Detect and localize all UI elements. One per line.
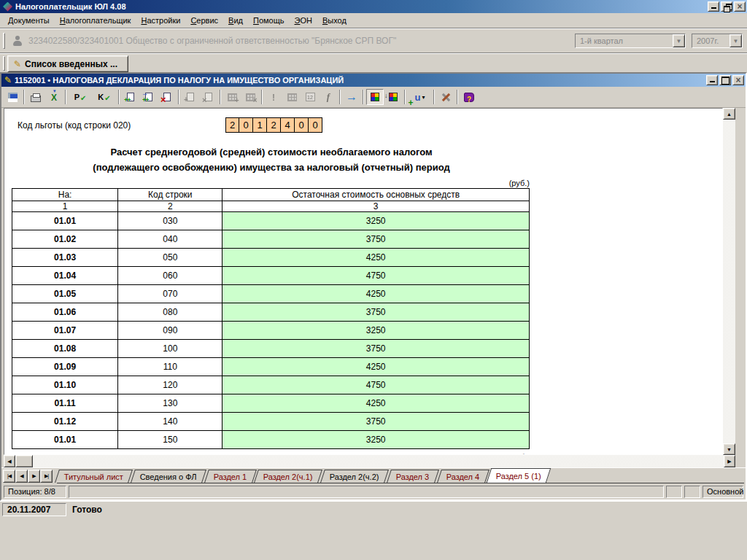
line-code-cell: 040 [118, 230, 222, 249]
menu-item[interactable]: Вид [223, 14, 248, 27]
scroll-up-button[interactable]: ▲ [723, 108, 735, 120]
hscroll-track[interactable] [33, 455, 724, 467]
menu-item[interactable]: Документы [3, 14, 55, 27]
value-cell[interactable]: 3750 [222, 340, 530, 358]
value-cell[interactable]: 3750 [222, 303, 530, 322]
period-dropdown-button[interactable]: ▼ [673, 34, 685, 47]
declaration-sheet: Код льготы (код строки 020) 2012400 Расч… [4, 108, 723, 455]
restore-button[interactable] [721, 1, 732, 12]
scroll-right-button[interactable]: ▶ [724, 455, 735, 467]
grid-colors-alt-button[interactable] [384, 89, 402, 105]
taxpayer-icon [12, 36, 23, 47]
benefit-code-digit[interactable]: 2 [225, 117, 239, 133]
year-dropdown-button[interactable]: ▼ [729, 34, 742, 47]
status-date: 20.11.2007 [2, 503, 66, 516]
prev-tab-button[interactable]: ◀ [15, 470, 28, 483]
help-button[interactable] [460, 89, 478, 105]
value-cell[interactable]: 4250 [222, 249, 530, 267]
section-tab[interactable]: Раздел 1 [204, 470, 256, 483]
grid-colors-button[interactable] [366, 89, 384, 105]
line-code-cell: 140 [118, 413, 222, 431]
benefit-code-field[interactable]: 2012400 [225, 117, 322, 133]
hscroll-thumb[interactable] [15, 455, 33, 467]
table-row: 01.010303250 [12, 212, 530, 230]
year-select[interactable]: 2007г. ▼ [692, 34, 743, 48]
period-select[interactable]: 1-й квартал ▼ [575, 34, 686, 48]
menu-item[interactable]: Помощь [248, 14, 290, 27]
section-tab[interactable]: Титульный лист [55, 470, 133, 483]
vscroll-track[interactable] [723, 120, 735, 443]
export-excel-button[interactable] [45, 89, 63, 105]
last-tab-button[interactable]: ▶| [40, 470, 53, 483]
print-button[interactable] [27, 89, 44, 105]
line-code-cell: 150 [118, 431, 222, 449]
value-cell[interactable]: 4250 [222, 394, 530, 413]
taxpayer-info: 3234022580/323401001 Общество с ограниче… [28, 36, 569, 46]
declaration-window: ✎ 1152001 • НАЛОГОВАЯ ДЕКЛАРАЦИЯ ПО НАЛО… [0, 72, 747, 501]
value-cell[interactable]: 4250 [222, 358, 530, 376]
insert-row-button [182, 89, 199, 105]
delete-section-button [241, 89, 259, 105]
benefit-code-digit[interactable]: 1 [253, 117, 267, 133]
toolbar-separator [339, 90, 341, 104]
benefit-code-digit[interactable]: 2 [267, 117, 281, 133]
toolbar-separator [220, 90, 221, 104]
horizontal-scrollbar[interactable]: ◀ ▶ [4, 455, 735, 467]
first-tab-button[interactable]: |◀ [3, 470, 15, 483]
value-cell[interactable]: 4750 [222, 376, 530, 394]
benefit-code-digit[interactable]: 0 [295, 117, 309, 133]
toolbar-separator [178, 90, 179, 104]
menu-item[interactable]: Сервис [185, 14, 223, 27]
add-document-button[interactable] [122, 89, 139, 105]
section-tab[interactable]: Раздел 3 [387, 470, 438, 483]
menu-item[interactable]: Настройки [136, 14, 185, 27]
value-cell[interactable]: 3250 [222, 212, 530, 230]
value-cell[interactable]: 3750 [222, 413, 530, 431]
scroll-down-button[interactable]: ▼ [723, 443, 735, 455]
delete-row-icon [205, 93, 212, 101]
benefit-code-digit[interactable]: 0 [239, 117, 253, 133]
delete-section-icon [246, 93, 255, 101]
minimize-button[interactable] [708, 1, 719, 12]
close-button[interactable] [734, 1, 746, 12]
scroll-left-button[interactable]: ◀ [4, 455, 15, 467]
value-cell[interactable]: 3250 [222, 322, 530, 340]
menu-item[interactable]: Налогоплательщик [55, 14, 136, 27]
toolbar-grip[interactable] [3, 33, 5, 49]
delete-document-button[interactable] [158, 89, 176, 105]
copy-document-icon [145, 93, 152, 101]
section-tab[interactable]: Раздел 4 [437, 470, 489, 483]
section-tab[interactable]: Сведения о ФЛ [131, 470, 206, 483]
period-cell: 01.06 [12, 303, 118, 322]
tab-grip[interactable] [3, 56, 5, 71]
k-check-icon [104, 92, 110, 103]
go-next-button[interactable] [343, 89, 360, 105]
next-tab-button[interactable]: ▶ [28, 470, 40, 483]
table-row: 01.070903250 [12, 322, 530, 340]
benefit-code-digit[interactable]: 0 [309, 117, 322, 133]
add-u-button[interactable]: u▾ [408, 89, 431, 105]
line-code-cell: 090 [118, 322, 222, 340]
line-code-cell: 060 [118, 267, 222, 285]
section-tab[interactable]: Раздел 2(ч.1) [255, 470, 323, 483]
insert-row-icon [187, 93, 194, 101]
save-button[interactable] [4, 89, 21, 105]
vertical-scrollbar[interactable]: ▲ ▼ [723, 108, 735, 455]
form-close-button[interactable] [732, 75, 744, 85]
menu-item[interactable]: Выход [317, 14, 352, 27]
tools-button[interactable] [437, 89, 454, 105]
section-tab[interactable]: Раздел 2(ч.2) [320, 470, 389, 483]
tab-entered-documents[interactable]: ✎ Список введенных ... [7, 55, 128, 72]
value-cell[interactable]: 3750 [222, 230, 530, 249]
form-maximize-button[interactable] [719, 75, 731, 85]
p-check-button[interactable]: P [69, 89, 92, 105]
copy-document-button[interactable] [140, 89, 158, 105]
section-tab[interactable]: Раздел 5 (1) [487, 468, 551, 483]
form-minimize-button[interactable] [706, 75, 718, 85]
value-cell[interactable]: 3250 [222, 431, 530, 449]
value-cell[interactable]: 4750 [222, 267, 530, 285]
benefit-code-digit[interactable]: 4 [281, 117, 295, 133]
k-check-button[interactable]: K [93, 89, 116, 105]
menu-item[interactable]: ЭОН [289, 14, 317, 27]
value-cell[interactable]: 4250 [222, 285, 530, 303]
